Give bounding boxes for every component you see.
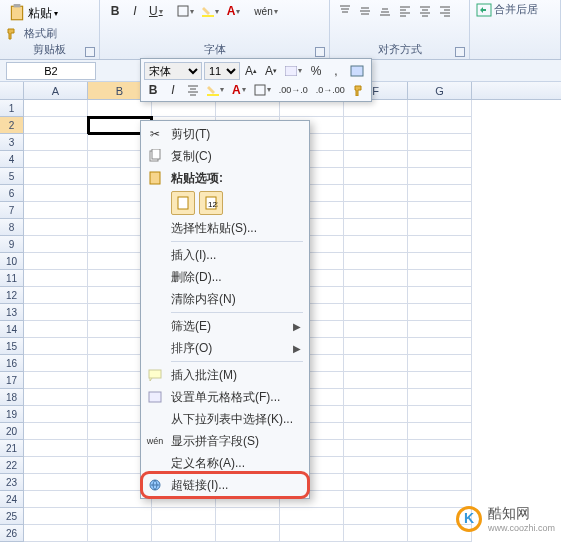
cell[interactable] [24,355,88,372]
cell[interactable] [344,525,408,542]
ctx-clear[interactable]: 清除内容(N) [143,288,307,310]
cell[interactable] [280,100,344,117]
ctx-hyperlink[interactable]: 超链接(I)... [143,474,307,496]
align-dialog-launcher[interactable] [455,47,465,57]
align-top-button[interactable] [336,2,354,20]
cell[interactable] [24,321,88,338]
ctx-insert-comment[interactable]: 插入批注(M) [143,364,307,386]
cell[interactable] [408,338,472,355]
cell[interactable] [408,185,472,202]
mini-font-color[interactable]: A [229,81,249,99]
cell[interactable] [24,168,88,185]
cell[interactable] [408,389,472,406]
cell[interactable] [344,508,408,525]
name-box[interactable]: B2 [6,62,96,80]
cell[interactable] [408,321,472,338]
cell[interactable] [24,270,88,287]
row-header[interactable]: 25 [0,508,24,525]
row-header[interactable]: 8 [0,219,24,236]
cell[interactable] [24,100,88,117]
row-header[interactable]: 14 [0,321,24,338]
cell[interactable] [24,474,88,491]
mini-font-name[interactable]: 宋体 [144,62,202,80]
cell[interactable] [408,304,472,321]
row-header[interactable]: 21 [0,440,24,457]
row-header[interactable]: 22 [0,457,24,474]
cell[interactable] [24,389,88,406]
row-header[interactable]: 10 [0,253,24,270]
row-header[interactable]: 11 [0,270,24,287]
merge-label[interactable]: 合并后居 [494,2,538,17]
cell[interactable] [344,389,408,406]
bold-button[interactable]: B [106,2,124,20]
cell[interactable] [344,117,408,134]
cell[interactable] [408,355,472,372]
phonetic-button[interactable]: wén [251,2,280,20]
cell[interactable] [88,100,152,117]
cell[interactable] [24,219,88,236]
align-bottom-button[interactable] [376,2,394,20]
row-header[interactable]: 18 [0,389,24,406]
clipboard-dialog-launcher[interactable] [85,47,95,57]
cell[interactable] [344,219,408,236]
cell[interactable] [280,525,344,542]
cell[interactable] [408,253,472,270]
ctx-insert[interactable]: 插入(I)... [143,244,307,266]
border-button[interactable] [174,2,197,20]
cell[interactable] [24,253,88,270]
align-left-button[interactable] [396,2,414,20]
cell[interactable] [408,474,472,491]
cell[interactable] [344,100,408,117]
cell[interactable] [344,321,408,338]
font-color-button[interactable]: A [224,2,244,20]
paste-option-all[interactable] [171,191,195,215]
row-header[interactable]: 15 [0,338,24,355]
mini-format-cells[interactable] [347,62,367,80]
cell[interactable] [344,491,408,508]
cell[interactable] [408,287,472,304]
cell[interactable] [216,100,280,117]
cell[interactable] [408,100,472,117]
cell[interactable] [408,372,472,389]
cell[interactable] [24,304,88,321]
cell[interactable] [152,508,216,525]
cell[interactable] [24,508,88,525]
cell[interactable] [344,304,408,321]
ctx-delete[interactable]: 删除(D)... [143,266,307,288]
cell[interactable] [344,440,408,457]
cell[interactable] [408,134,472,151]
cell[interactable] [24,338,88,355]
cell[interactable] [344,338,408,355]
ctx-format-cells[interactable]: 设置单元格格式(F)... [143,386,307,408]
align-middle-button[interactable] [356,2,374,20]
cell[interactable] [408,151,472,168]
cell[interactable] [344,134,408,151]
row-header[interactable]: 19 [0,406,24,423]
row-header[interactable]: 3 [0,134,24,151]
cell[interactable] [24,491,88,508]
cell[interactable] [408,219,472,236]
cell[interactable] [408,423,472,440]
ctx-filter[interactable]: 筛选(E)▶ [143,315,307,337]
align-right-button[interactable] [436,2,454,20]
cell[interactable] [344,151,408,168]
cell[interactable] [344,168,408,185]
cell[interactable] [344,202,408,219]
cell[interactable] [344,372,408,389]
cell[interactable] [24,151,88,168]
cell[interactable] [344,423,408,440]
row-header[interactable]: 7 [0,202,24,219]
cell[interactable] [408,117,472,134]
cell[interactable] [344,236,408,253]
mini-align-center[interactable] [184,81,202,99]
row-header[interactable]: 5 [0,168,24,185]
ctx-define-name[interactable]: 定义名称(A)... [143,452,307,474]
cell[interactable] [408,457,472,474]
ctx-cut[interactable]: ✂剪切(T) [143,123,307,145]
row-header[interactable]: 23 [0,474,24,491]
cell[interactable] [344,253,408,270]
cell[interactable] [408,406,472,423]
cell[interactable] [24,525,88,542]
mini-dec-decimal[interactable]: .0→.00 [313,81,348,99]
row-header[interactable]: 2 [0,117,24,134]
